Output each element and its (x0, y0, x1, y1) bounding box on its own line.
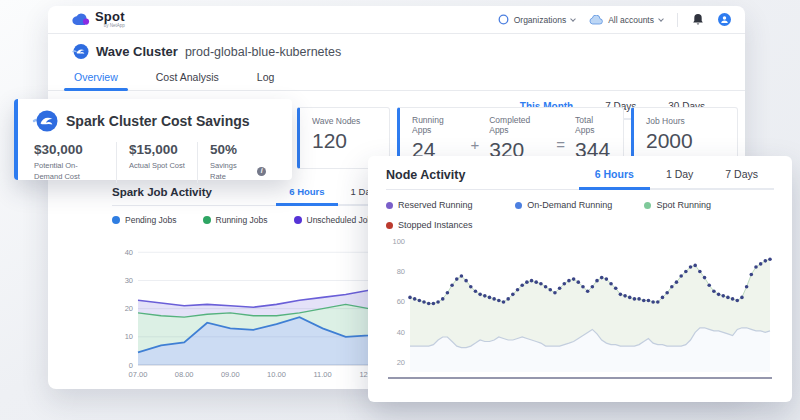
spark-panel-title: Spark Job Activity (112, 186, 212, 205)
spot-running-dot-icon (644, 202, 651, 209)
person-icon (720, 15, 729, 24)
node-legend-row-1: Reserved Running On-Demand Running Spot … (386, 200, 774, 210)
node-legend-row-2: Stopped Instances (386, 220, 774, 230)
node-panel-tabs: 6 Hours 1 Day 7 Days (579, 168, 774, 190)
organization-icon (498, 14, 509, 25)
logo-name: Spot (95, 10, 125, 23)
top-navbar: Spot by NetApp Organizations All account… (48, 6, 745, 34)
svg-text:11.00: 11.00 (314, 370, 332, 379)
spot-cloud-logo-icon (72, 13, 90, 26)
svg-text:07.00: 07.00 (129, 370, 148, 379)
user-avatar[interactable] (718, 13, 731, 26)
organizations-dropdown[interactable]: Organizations (498, 14, 575, 25)
notifications-bell-icon[interactable] (692, 13, 704, 26)
running-apps: Running Apps 24 (412, 115, 460, 162)
organizations-label: Organizations (514, 15, 566, 25)
actual-spot-cost: $15,000 Actual Spot Cost (116, 142, 197, 183)
legend-pending-jobs: Pending Jobs (112, 215, 177, 225)
chevron-down-icon (658, 16, 664, 22)
tab-overview[interactable]: Overview (72, 67, 120, 90)
logo-subtitle: by NetApp (104, 24, 125, 29)
cluster-header: Wave Cluster prod-global-blue-kubernetes (48, 34, 745, 67)
topbar-divider (677, 13, 678, 27)
svg-text:100: 100 (392, 237, 405, 246)
legend-running-jobs: Running Jobs (203, 215, 268, 225)
spark-cluster-cost-savings-card: Spark Cluster Cost Savings $30,000 Poten… (14, 99, 292, 180)
svg-text:40: 40 (125, 248, 133, 257)
chevron-down-icon (570, 16, 576, 22)
svg-text:10.00: 10.00 (267, 370, 286, 379)
plus-operator: + (470, 136, 479, 153)
wave-icon (32, 108, 58, 134)
legend-unscheduled-jobs: Unscheduled Jobs (294, 215, 377, 225)
svg-text:20: 20 (125, 304, 133, 313)
page-title: Wave Cluster (96, 44, 178, 59)
savings-rate: 50% Savings Rate i (197, 142, 278, 183)
cluster-name: prod-global-blue-kubernetes (185, 45, 341, 59)
svg-text:09.00: 09.00 (221, 370, 240, 379)
svg-text:0: 0 (129, 361, 133, 370)
svg-text:20: 20 (397, 358, 405, 367)
equals-operator: = (556, 136, 565, 153)
wave-cluster-icon (72, 43, 89, 60)
node-tab-7-days[interactable]: 7 Days (709, 168, 774, 188)
accounts-label: All accounts (608, 15, 654, 25)
accounts-dropdown[interactable]: All accounts (589, 15, 663, 25)
svg-text:60: 60 (397, 297, 405, 306)
spark-tab-6-hours[interactable]: 6 Hours (276, 186, 337, 206)
potential-on-demand-cost: $30,000 Potential On-Demand Cost (32, 142, 116, 183)
info-icon[interactable]: i (257, 167, 266, 176)
unscheduled-jobs-dot-icon (294, 216, 302, 224)
savings-card-title: Spark Cluster Cost Savings (66, 113, 250, 129)
node-tab-1-day[interactable]: 1 Day (650, 168, 709, 188)
node-activity-chart: 20406080100 (386, 234, 774, 380)
node-tab-6-hours[interactable]: 6 Hours (579, 168, 650, 190)
legend-spot-running: Spot Running (644, 200, 773, 210)
svg-text:10: 10 (125, 332, 133, 341)
total-apps: Total Apps 344 (575, 115, 611, 162)
spot-logo[interactable]: Spot by NetApp (72, 10, 125, 29)
legend-stopped-instances: Stopped Instances (386, 220, 515, 230)
pending-jobs-dot-icon (112, 216, 120, 224)
cloud-icon (589, 15, 603, 25)
stopped-instances-dot-icon (386, 222, 393, 229)
svg-text:30: 30 (125, 276, 133, 285)
tab-log[interactable]: Log (255, 67, 277, 90)
legend-reserved-running: Reserved Running (386, 200, 515, 210)
svg-text:08.00: 08.00 (175, 370, 194, 379)
reserved-running-dot-icon (386, 202, 393, 209)
main-tab-bar: Overview Cost Analysis Log (48, 67, 745, 91)
running-jobs-dot-icon (203, 216, 211, 224)
legend-on-demand-running: On-Demand Running (515, 200, 644, 210)
node-panel-title: Node Activity (386, 168, 465, 189)
completed-apps: Completed Apps 320 (489, 115, 546, 162)
tab-cost-analysis[interactable]: Cost Analysis (154, 67, 221, 90)
svg-text:40: 40 (397, 328, 405, 337)
svg-text:80: 80 (397, 267, 405, 276)
on-demand-running-dot-icon (515, 202, 522, 209)
node-activity-card: Node Activity 6 Hours 1 Day 7 Days Reser… (368, 156, 792, 402)
